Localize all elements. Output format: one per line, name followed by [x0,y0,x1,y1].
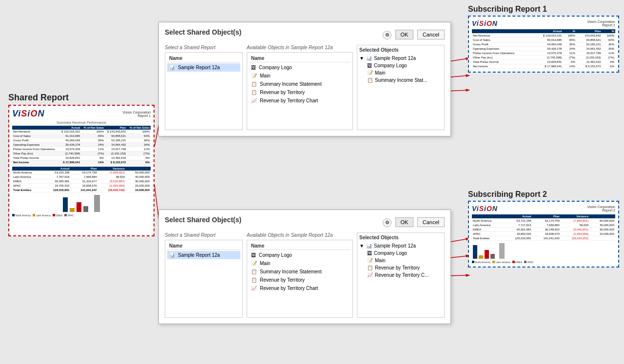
image-icon-2: 🖼 [251,252,256,258]
image-icon-sel-2: 🖼 [367,250,372,256]
subscribing-report-2-container: Subscribing Report 2 ViSiON Vision Corpo… [468,190,619,268]
shared-reports-list-1[interactable]: Name 📊 Sample Report 12a [165,52,243,130]
text-icon-sel-2: 📝 [367,258,373,263]
sub1-income-table: Actual%Plan% Net Revenue$ 129,016,331100… [472,29,615,69]
dialog-box-1: Select Shared Object(s) ⚙ OK Cancel Sele… [158,22,451,136]
subscribing-report-2-card: ViSiON Vision Corporation Report 2 Actua… [468,201,619,268]
table-icon-1a: 📋 [251,81,257,87]
expand-icon-2: ▼ [359,243,364,249]
report-icon-1: 📊 [169,65,175,70]
sub2-legend: North America Latin America EMEA APAC [472,261,615,264]
shared-report-label-2: Select a Shared Report [165,232,243,238]
ok-button-1[interactable]: OK [395,30,414,39]
dialog-toolbar-2: Select Shared Object(s) ⚙ OK Cancel [165,216,445,229]
available-label-1: Available Objects in Sample Report 12a [247,45,353,50]
subscribing-report-1-container: Subscribing Report 1 ViSiON Vision Corpo… [468,5,619,73]
dialog-actions-1: ⚙ OK Cancel [383,30,445,39]
available-item-income-1[interactable]: 📋 Summary Income Statement [249,80,351,88]
subscribing-report-1-card: ViSiON Vision Corporation Report 1 Actua… [468,16,619,73]
shared-report-card: ViSiON Vision Corporation Report 1 Summa… [8,105,155,236]
selected-objects-col-1: Selected Objects ▼ 📊 Sample Report 12a 🖼… [357,45,445,130]
sub2-corp: Vision Corporation Report 2 [587,205,615,212]
available-list-2[interactable]: Name 🖼 Company Logo 📝 Main 📋 Summary Inc… [247,240,353,318]
page-container: Shared Report ViSiON Vision Corporation … [0,0,624,364]
available-item-chart-2[interactable]: 📈 Revenue by Territory Chart [249,284,351,292]
dialog-actions-2: ⚙ OK Cancel [383,217,445,227]
subscribing-report-1-label: Subscribing Report 1 [468,5,619,14]
table-icon-1b: 📋 [251,90,257,95]
dialog-box-2: Select Shared Object(s) ⚙ OK Cancel Sele… [158,210,451,324]
cancel-button-2[interactable]: Cancel [417,217,445,227]
shared-report-label: Shared Report [8,93,69,103]
selected-main-2[interactable]: 📝 Main [359,257,442,264]
sub1-logo: ViSiON [472,19,498,27]
report-icon-tree-1: 📊 [366,56,372,61]
ok-button-2[interactable]: OK [395,217,414,227]
dialog-title-2: Select Shared Object(s) [165,216,241,224]
subscribing-report-2-label: Subscribing Report 2 [468,190,619,199]
image-icon-1: 🖼 [251,65,256,70]
territory-table-mini: Actual Plan Variance North America53,215… [12,167,151,192]
selected-income-1[interactable]: 📋 Summary Income Stat... [359,77,442,84]
dialog-columns-2: Select a Shared Report Name 📊 Sample Rep… [165,232,445,318]
shared-report-name-1: Sample Report 12a [178,65,220,70]
selected-label-1: Selected Objects [359,47,442,53]
selected-tree-root-1: ▼ 📊 Sample Report 12a [359,55,442,62]
shared-reports-col-2: Select a Shared Report Name 📊 Sample Rep… [165,232,243,318]
text-icon-2: 📝 [251,261,257,266]
selected-logo-2[interactable]: 🖼 Company Logo [359,249,442,257]
available-item-territory-1[interactable]: 📋 Revenue by Territory [249,88,351,96]
table-icon-2a: 📋 [251,269,257,274]
table-icon-sel-1: 📋 [367,77,373,83]
available-item-chart-1[interactable]: 📈 Revenue by Territory Chart [249,96,351,105]
available-item-territory-2[interactable]: 📋 Revenue by Territory [249,276,351,284]
report-icon-tree-2: 📊 [366,243,372,249]
available-list-1[interactable]: Name 🖼 Company Logo 📝 Main 📋 Summary Inc… [247,52,353,130]
text-icon-sel-1: 📝 [367,70,373,76]
report-subtitle: Summary Revenue Performance [12,121,151,124]
shared-reports-col-1: Select a Shared Report Name 📊 Sample Rep… [165,45,243,130]
available-objects-col-2: Available Objects in Sample Report 12a N… [247,232,353,318]
table-icon-sel-2: 📋 [367,265,373,270]
dialog-columns-1: Select a Shared Report Name 📊 Sample Rep… [165,45,445,130]
selected-tree-root-2: ▼ 📊 Sample Report 12a [359,242,442,249]
shared-report-name-2: Sample Report 12a [178,252,220,258]
corp-info: Vision Corporation Report 1 [123,111,151,117]
sub1-header: ViSiON Vision Corporation Report 1 [472,19,615,27]
sub2-logo: ViSiON [472,205,498,212]
chart-icon-1: 📈 [251,98,257,103]
selected-objects-col-2: Selected Objects ▼ 📊 Sample Report 12a 🖼… [357,232,445,318]
available-item-income-2[interactable]: 📋 Summary Income Statement [249,268,351,276]
expand-icon-1: ▼ [359,56,364,61]
chart-legend: North America Latin America EMEA APAC [12,214,151,217]
available-item-logo-1[interactable]: 🖼 Company Logo [249,63,351,72]
report-icon-2: 📊 [169,252,175,258]
available-label-2: Available Objects in Sample Report 12a [247,232,353,238]
image-icon-sel-1: 🖼 [367,63,372,68]
gear-icon-1[interactable]: ⚙ [383,31,391,39]
shared-report-label-1: Select a Shared Report [165,45,243,50]
territory-section: Actual Plan Variance North America53,215… [12,167,151,217]
available-item-main-1[interactable]: 📝 Main [249,72,351,80]
income-table-mini: Actual % of Net Sales Plan % of Net Sale… [12,126,151,165]
selected-logo-1[interactable]: 🖼 Company Logo [359,62,442,69]
shared-name-header-2: Name [167,242,240,250]
selected-label-2: Selected Objects [359,235,442,240]
selected-main-1[interactable]: 📝 Main [359,69,442,77]
shared-report-header: ViSiON Vision Corporation Report 1 [12,109,151,119]
table-icon-2b: 📋 [251,277,257,283]
text-icon-1: 📝 [251,73,257,78]
selected-territory-2[interactable]: 📋 Revenue by Territory [359,264,442,271]
sub2-header: ViSiON Vision Corporation Report 2 [472,205,615,212]
sub2-territory-table: ActualPlanVariance North America53,731,1… [472,214,615,241]
available-item-main-2[interactable]: 📝 Main [249,259,351,268]
shared-report-item-2[interactable]: 📊 Sample Report 12a [167,251,240,259]
gear-icon-2[interactable]: ⚙ [383,218,391,227]
available-item-logo-2[interactable]: 🖼 Company Logo [249,251,351,259]
shared-report-item-1[interactable]: 📊 Sample Report 12a [167,63,240,72]
cancel-button-1[interactable]: Cancel [417,30,445,39]
chart-icon-sel-2: 📈 [367,272,373,278]
available-name-header-1: Name [249,55,351,62]
shared-reports-list-2[interactable]: Name 📊 Sample Report 12a [165,240,243,318]
selected-chart-2[interactable]: 📈 Revenue by Territory C... [359,271,442,279]
